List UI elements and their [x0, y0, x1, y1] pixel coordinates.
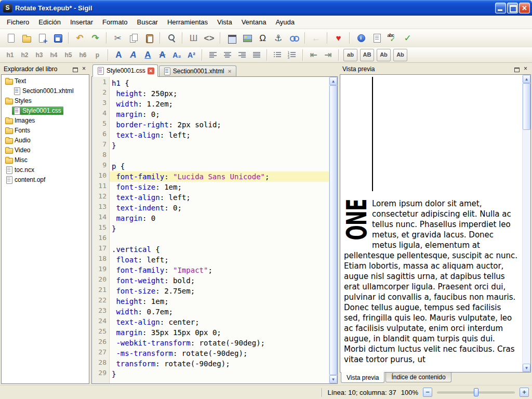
code-line[interactable]: height: 1em;: [110, 296, 329, 307]
special-character-button[interactable]: Ω: [255, 31, 270, 45]
code-line[interactable]: border-right: 2px solid;: [110, 119, 329, 130]
new-button[interactable]: [3, 31, 18, 45]
tree-item-section0001.xhtml[interactable]: Section0001.xhtml: [2, 86, 89, 96]
tab-style0001.css[interactable]: Style0001.css×: [92, 64, 158, 77]
heading-5-button[interactable]: h5: [61, 49, 75, 61]
code-line[interactable]: margin: 0: [110, 213, 329, 223]
zoom-in-button[interactable]: +: [520, 388, 529, 397]
split-view-button[interactable]: [224, 31, 239, 45]
spellcheck-button[interactable]: [384, 31, 400, 45]
zoom-slider[interactable]: [437, 388, 515, 397]
align-justify-button[interactable]: [249, 49, 263, 61]
bullet-list-button[interactable]: [271, 49, 285, 61]
insert-link-button[interactable]: [286, 31, 301, 45]
subscript-button[interactable]: A₂: [170, 49, 184, 61]
menu-ayuda[interactable]: Ayuda: [271, 16, 299, 28]
code-line[interactable]: margin: 0;: [110, 109, 329, 119]
toc-editor-button[interactable]: [369, 31, 384, 45]
menu-buscar[interactable]: Buscar: [132, 16, 162, 28]
code-line[interactable]: -webkit-transform: rotate(-90deg);: [110, 338, 329, 348]
code-line[interactable]: width: 1.2em;: [110, 99, 329, 109]
code-area[interactable]: h1 { height: 250px; width: 1.2em; margin…: [110, 77, 329, 383]
heading-2-button[interactable]: h2: [18, 49, 32, 61]
zoom-out-button[interactable]: −: [423, 388, 432, 397]
code-view-button[interactable]: <>: [202, 31, 217, 45]
paste-button[interactable]: [141, 31, 156, 45]
tab-close-icon[interactable]: ×: [226, 68, 233, 75]
code-line[interactable]: height: 250px;: [110, 88, 329, 99]
tree-item-content.opf[interactable]: content.opf: [2, 175, 89, 184]
code-line[interactable]: transform: rotate(-90deg);: [110, 358, 329, 369]
scroll-up-icon[interactable]: ▲: [329, 77, 337, 85]
titlecase-button[interactable]: Ab: [377, 49, 391, 61]
tree-item-images[interactable]: Images: [2, 115, 89, 125]
menu-vista[interactable]: Vista: [212, 16, 237, 28]
align-right-button[interactable]: [235, 49, 249, 61]
bold-button[interactable]: A: [112, 49, 126, 61]
code-line[interactable]: p {: [110, 161, 329, 171]
code-line[interactable]: font-family: "Impact";: [110, 265, 329, 275]
code-line[interactable]: text-align: left;: [110, 192, 329, 203]
code-line[interactable]: text-indent: 0;: [110, 203, 329, 213]
code-line[interactable]: text-align: left;: [110, 130, 329, 140]
insert-id-button[interactable]: ⚓: [271, 31, 286, 45]
heading-3-button[interactable]: h3: [32, 49, 46, 61]
close-button[interactable]: [519, 3, 530, 14]
preview-scrollbar-track[interactable]: [523, 83, 530, 364]
code-line[interactable]: margin: 35px 15px 0px 0;: [110, 327, 329, 338]
code-line[interactable]: float: left;: [110, 255, 329, 265]
code-line[interactable]: [110, 151, 329, 161]
code-line[interactable]: }: [110, 369, 329, 379]
editor-scrollbar-thumb[interactable]: [329, 85, 337, 375]
scroll-down-icon[interactable]: ▼: [523, 364, 530, 372]
find-button[interactable]: [164, 31, 179, 45]
outdent-button[interactable]: ⇤: [307, 49, 321, 61]
tree-item-audio[interactable]: Audio: [2, 135, 89, 145]
numbered-list-button[interactable]: [285, 49, 299, 61]
validate-button[interactable]: ✓: [400, 31, 415, 45]
redo-button[interactable]: ↷: [88, 31, 103, 45]
metadata-editor-button[interactable]: [353, 31, 368, 45]
open-button[interactable]: [19, 31, 34, 45]
align-center-button[interactable]: [220, 49, 234, 61]
tree-item-styles[interactable]: Styles: [2, 96, 89, 105]
zoom-slider-handle[interactable]: [474, 388, 478, 396]
code-line[interactable]: width: 0.7em;: [110, 307, 329, 317]
code-line[interactable]: .vertical {: [110, 244, 329, 255]
close-panel-icon[interactable]: [80, 65, 88, 73]
book-view-button[interactable]: Ш: [186, 31, 201, 45]
cut-button[interactable]: ✂: [110, 31, 125, 45]
strikethrough-button[interactable]: A: [155, 49, 169, 61]
heading-6-button[interactable]: h6: [76, 49, 90, 61]
restore-button[interactable]: [507, 3, 518, 14]
menu-insertar[interactable]: Insertar: [65, 16, 98, 28]
preview-tab-índice-de-contenido[interactable]: Índice de contenido: [385, 373, 451, 382]
underline-button[interactable]: A: [141, 49, 155, 61]
paragraph-button[interactable]: p: [90, 49, 104, 61]
italic-button[interactable]: A: [126, 49, 140, 61]
code-line[interactable]: -ms-transform: rotate(-90deg);: [110, 348, 329, 358]
insert-file-button[interactable]: [240, 31, 255, 45]
float-panel-icon[interactable]: [71, 65, 79, 73]
back-button[interactable]: ←: [309, 31, 324, 45]
capitalize-button[interactable]: Ab: [393, 49, 407, 61]
heading-1-button[interactable]: h1: [3, 49, 17, 61]
code-line[interactable]: font-size: 1em;: [110, 182, 329, 192]
menu-edición[interactable]: Edición: [34, 16, 65, 28]
undo-button[interactable]: ↶: [72, 31, 87, 45]
code-line[interactable]: text-align: center;: [110, 317, 329, 327]
scroll-up-icon[interactable]: ▲: [523, 75, 530, 83]
copy-button[interactable]: [126, 31, 141, 45]
add-existing-files-button[interactable]: [34, 31, 49, 45]
titlebar[interactable]: S Rotate Text.epub* - Sigil: [0, 0, 532, 16]
tree-item-fonts[interactable]: Fonts: [2, 125, 89, 135]
menu-ventana[interactable]: Ventana: [237, 16, 271, 28]
donate-button[interactable]: ♥: [331, 31, 346, 45]
menu-formato[interactable]: Formato: [98, 16, 132, 28]
code-line[interactable]: font-size: 2.75em;: [110, 286, 329, 296]
preview-tab-vista-previa[interactable]: Vista previa: [341, 372, 384, 383]
lowercase-button[interactable]: ab: [343, 49, 357, 61]
menu-herramientas[interactable]: Herramientas: [163, 16, 212, 28]
save-button[interactable]: [50, 31, 65, 45]
menu-fichero[interactable]: Fichero: [2, 16, 34, 28]
